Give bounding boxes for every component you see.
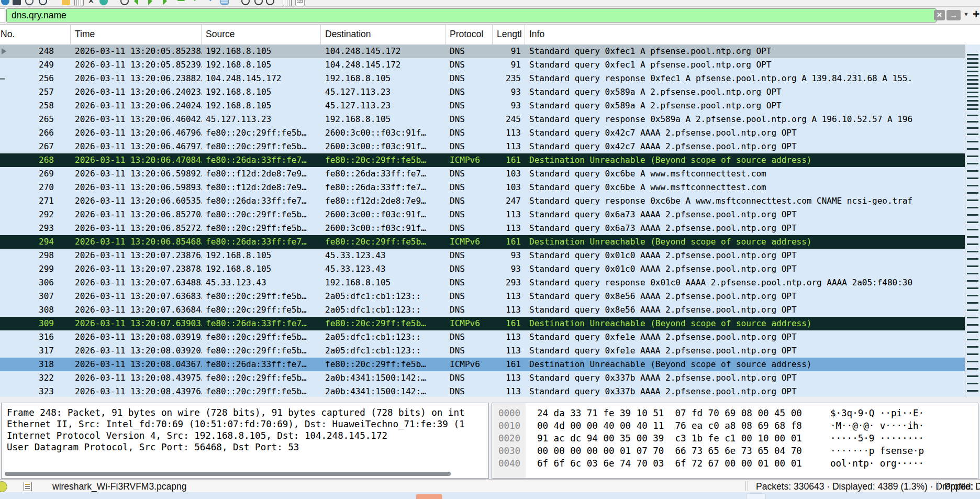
filter-apply-button[interactable]: →: [946, 10, 961, 20]
table-row[interactable]: 2662026-03-11 13:20:06.46796…fe80::20c:2…: [0, 126, 965, 140]
column-header-protocol[interactable]: Protocol: [446, 25, 493, 45]
cell-protocol: DNS: [446, 262, 493, 276]
hex-row[interactable]: 000024 da 33 71 fe 39 10 51 07 fd 70 69 …: [492, 407, 978, 419]
hex-row[interactable]: 001000 4d 00 00 40 00 40 11 76 ea c0 a8 …: [492, 419, 978, 432]
minimap-mark: [967, 83, 978, 85]
cell-time: 2026-03-11 13:20:08.43975…: [71, 371, 202, 385]
go-back-icon[interactable]: [134, 0, 138, 5]
cell-length: 113: [493, 303, 525, 317]
capture-filename: wireshark_Wi-Fi3RVFM3.pcapng: [52, 481, 186, 492]
cell-source: fe80::26da:33ff:fe7…: [202, 194, 321, 208]
table-row[interactable]: 2482026-03-11 13:20:05.85238…192.168.8.1…: [0, 45, 965, 58]
table-row[interactable]: 2692026-03-11 13:20:06.59892…fe80::f12d:…: [0, 167, 965, 181]
hex-row[interactable]: 002091 ac dc 94 00 35 00 39 c3 1b fe c1 …: [492, 432, 978, 445]
cell-source: 192.168.8.105: [202, 58, 321, 72]
table-row[interactable]: 3232026-03-11 13:20:08.43976…fe80::20c:2…: [0, 385, 965, 397]
packet-bytes-pane[interactable]: 000024 da 33 71 fe 39 10 51 07 fd 70 69 …: [492, 403, 978, 479]
cell-info: Standard query 0x589a A 2.pfsense.pool.n…: [525, 85, 965, 99]
column-header-length[interactable]: Length: [493, 25, 525, 45]
wireshark-fin-icon[interactable]: [1, 0, 9, 5]
cell-time: 2026-03-11 13:20:06.59892…: [71, 167, 202, 181]
minimap-mark: [967, 79, 978, 81]
packet-list-scrollbar[interactable]: [965, 45, 980, 397]
table-row[interactable]: 2682026-03-11 13:20:06.47084…fe80::26da:…: [0, 153, 965, 167]
table-row[interactable]: 2672026-03-11 13:20:06.46797…fe80::20c:2…: [0, 140, 965, 153]
numbered-columns-icon[interactable]: 123: [295, 0, 305, 6]
table-row[interactable]: 2932026-03-11 13:20:06.85272…fe80::20c:2…: [0, 221, 965, 235]
go-up-icon[interactable]: [177, 0, 185, 1]
table-row[interactable]: 2492026-03-11 13:20:05.85239…192.168.8.1…: [0, 58, 965, 72]
capture-comment-icon[interactable]: [24, 482, 32, 491]
minimap-mark: [967, 243, 978, 245]
profile-label[interactable]: Profile: Default: [944, 481, 980, 492]
filter-dropdown-arrow[interactable]: ▼: [963, 11, 969, 17]
packet-details-pane[interactable]: Frame 248: Packet, 91 bytes on wire (728…: [1, 403, 489, 479]
detail-line[interactable]: Frame 248: Packet, 91 bytes on wire (728…: [7, 407, 488, 418]
table-row[interactable]: 3162026-03-11 13:20:08.03919…fe80::20c:2…: [0, 330, 965, 344]
column-header-time[interactable]: Time: [71, 25, 202, 45]
zoom-reset-icon[interactable]: [266, 0, 274, 5]
filter-clear-button[interactable]: ✕: [934, 10, 945, 20]
colorize-packets-icon[interactable]: [220, 0, 229, 5]
table-row[interactable]: 2982026-03-11 13:20:07.23876…192.168.8.1…: [0, 249, 965, 262]
table-row[interactable]: 2712026-03-11 13:20:06.60535…fe80::26da:…: [0, 194, 965, 208]
zoom-out-icon[interactable]: [254, 0, 263, 5]
detail-line[interactable]: Ethernet II, Src: Intel_fd:70:69 (10:51:…: [7, 418, 488, 430]
open-file-icon[interactable]: [62, 0, 70, 5]
details-horizontal-scrollbar[interactable]: [5, 472, 451, 476]
expert-info-icon[interactable]: [0, 481, 7, 492]
go-to-packet-icon[interactable]: [163, 0, 167, 5]
minimap-mark: [967, 54, 978, 56]
table-row[interactable]: 3082026-03-11 13:20:07.63684…fe80::20c:2…: [0, 303, 965, 317]
detail-line[interactable]: Internet Protocol Version 4, Src: 192.16…: [7, 430, 488, 441]
cell-info: Destination Unreachable (Beyond scope of…: [525, 317, 965, 330]
table-row[interactable]: 2652026-03-11 13:20:06.46042…45.127.113.…: [0, 113, 965, 126]
table-row[interactable]: 3182026-03-11 13:20:08.04367…fe80::26da:…: [0, 358, 965, 371]
hex-ascii: ·······p fsense·p: [799, 445, 924, 457]
minimap-mark: [967, 199, 978, 201]
table-row[interactable]: 3072026-03-11 13:20:07.63683…fe80::20c:2…: [0, 290, 965, 303]
minimap-mark: [967, 115, 978, 116]
column-header-no[interactable]: No.: [0, 25, 71, 45]
auto-scroll-icon[interactable]: [206, 0, 215, 1]
table-row[interactable]: 2942026-03-11 13:20:06.85468…fe80::26da:…: [0, 235, 965, 249]
table-row[interactable]: 2992026-03-11 13:20:07.23878…192.168.8.1…: [0, 262, 965, 276]
display-filter-input[interactable]: dns.qry.name: [6, 8, 937, 23]
column-header-source[interactable]: Source: [202, 25, 321, 45]
table-row[interactable]: 3092026-03-11 13:20:07.63903…fe80::26da:…: [0, 317, 965, 330]
reload-file-icon[interactable]: [99, 0, 108, 5]
capture-options-icon[interactable]: [25, 0, 34, 5]
minimap-mark: [967, 66, 978, 68]
close-file-icon[interactable]: ✕: [87, 0, 95, 5]
filter-add-button[interactable]: +: [973, 7, 979, 21]
zoom-in-icon[interactable]: [241, 0, 250, 5]
column-header-destination[interactable]: Destination: [321, 25, 446, 45]
filter-bookmark-button[interactable]: [0, 8, 5, 23]
resize-columns-icon[interactable]: [283, 0, 292, 6]
column-header-info[interactable]: Info: [525, 25, 980, 45]
stop-capture-icon[interactable]: [13, 0, 21, 5]
table-row[interactable]: 3222026-03-11 13:20:08.43975…fe80::20c:2…: [0, 371, 965, 385]
detail-line[interactable]: User Datagram Protocol, Src Port: 56468,…: [7, 441, 488, 453]
go-down-icon[interactable]: [191, 0, 199, 1]
table-row[interactable]: 2702026-03-11 13:20:06.59893…fe80::f12d:…: [0, 181, 965, 194]
go-forward-icon[interactable]: [148, 0, 152, 5]
table-row[interactable]: 3172026-03-11 13:20:08.03920…fe80::20c:2…: [0, 344, 965, 358]
cell-protocol: DNS: [446, 58, 493, 72]
cell-length: 161: [493, 317, 525, 330]
minimap-mark: [967, 100, 978, 102]
cell-source: 45.127.113.23: [202, 113, 321, 126]
table-row[interactable]: 2582026-03-11 13:20:06.24024…192.168.8.1…: [0, 99, 965, 113]
cell-time: 2026-03-11 13:20:08.03920…: [71, 344, 202, 358]
table-row[interactable]: 3062026-03-11 13:20:07.63488…45.33.123.4…: [0, 276, 965, 290]
table-row[interactable]: 2922026-03-11 13:20:06.85270…fe80::20c:2…: [0, 208, 965, 221]
hex-row[interactable]: 003000 00 00 00 00 01 07 70 66 73 65 6e …: [492, 445, 978, 457]
hex-row[interactable]: 00406f 6f 6c 03 6e 74 70 03 6f 72 67 00 …: [492, 457, 978, 470]
find-packet-icon[interactable]: [120, 0, 129, 5]
table-row[interactable]: 2562026-03-11 13:20:06.23882…104.248.145…: [0, 72, 965, 85]
restart-capture-icon[interactable]: [39, 0, 47, 5]
cell-destination: 45.127.113.23: [321, 99, 446, 113]
minimap-mark: [967, 170, 978, 172]
save-file-icon[interactable]: [74, 0, 84, 6]
table-row[interactable]: 2572026-03-11 13:20:06.24023…192.168.8.1…: [0, 85, 965, 99]
